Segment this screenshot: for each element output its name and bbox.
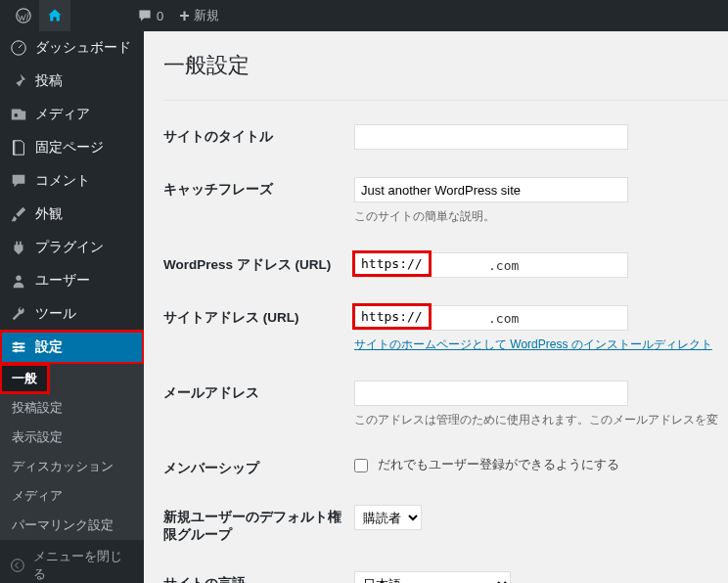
sidebar-label: コメント xyxy=(35,172,90,190)
wp-logo-button[interactable] xyxy=(8,0,39,31)
site-url-input[interactable]: https:// .com xyxy=(354,305,628,331)
wp-url-suffix: .com xyxy=(488,258,519,273)
sidebar-label: メディア xyxy=(35,106,90,123)
sidebar-label: 設定 xyxy=(35,338,63,356)
membership-checkbox-label[interactable]: だれでもユーザー登録ができるようにする xyxy=(354,457,619,471)
sidebar-item-appearance[interactable]: 外観 xyxy=(0,198,144,231)
comments-indicator[interactable]: 0 xyxy=(129,0,171,31)
svg-point-7 xyxy=(20,345,23,349)
main-content: 一般設定 サイトのタイトル キャッチフレーズ このサイトの簡単な説明。 Word… xyxy=(144,31,728,583)
default-role-label: 新規ユーザーのデフォルト権限グループ xyxy=(163,505,354,544)
submenu-item-media[interactable]: メディア xyxy=(0,481,144,511)
sidebar-item-dashboard[interactable]: ダッシュボード xyxy=(0,31,144,65)
plus-icon: + xyxy=(179,6,190,26)
site-title-input[interactable] xyxy=(354,124,628,150)
sidebar-item-pages[interactable]: 固定ページ xyxy=(0,131,144,164)
site-home-button[interactable] xyxy=(39,0,70,31)
sidebar-label: 外観 xyxy=(35,205,63,223)
submenu-item-discussion[interactable]: ディスカッション xyxy=(0,452,144,481)
plugin-icon xyxy=(10,239,27,256)
site-url-suffix: .com xyxy=(488,311,519,326)
sidebar-label: ダッシュボード xyxy=(35,39,131,57)
new-label: 新規 xyxy=(194,7,219,24)
tagline-label: キャッチフレーズ xyxy=(163,177,354,199)
submenu-item-writing[interactable]: 投稿設定 xyxy=(0,393,144,423)
comments-count: 0 xyxy=(157,9,163,23)
email-label: メールアドレス xyxy=(163,381,354,402)
sidebar-label: プラグイン xyxy=(35,239,104,256)
email-input[interactable] xyxy=(354,381,628,406)
email-description: このアドレスは管理のために使用されます。このメールアドレスを変 xyxy=(354,412,728,428)
tagline-description: このサイトの簡単な説明。 xyxy=(354,208,728,225)
svg-point-6 xyxy=(15,342,19,346)
site-url-label: サイトアドレス (URL) xyxy=(163,305,354,327)
site-title-label: サイトのタイトル xyxy=(163,124,354,146)
svg-point-2 xyxy=(16,276,21,281)
user-icon xyxy=(10,272,27,290)
wp-url-label: WordPress アドレス (URL) xyxy=(163,252,354,274)
tools-icon xyxy=(10,305,27,323)
site-url-help-link[interactable]: サイトのホームページとして WordPress のインストールディレクト xyxy=(354,337,712,351)
submenu-item-reading[interactable]: 表示設定 xyxy=(0,423,144,452)
svg-point-8 xyxy=(15,349,19,353)
language-select[interactable]: 日本語 xyxy=(354,571,511,583)
settings-submenu: 一般 投稿設定 表示設定 ディスカッション メディア パーマリンク設定 xyxy=(0,364,144,540)
membership-label: メンバーシップ xyxy=(163,456,354,477)
collapse-label: メニューを閉じる xyxy=(33,548,134,583)
brush-icon xyxy=(10,205,27,223)
sidebar-item-media[interactable]: メディア xyxy=(0,98,144,131)
admin-sidebar: ダッシュボード 投稿 メディア 固定ページ コメント 外観 プラグイン xyxy=(0,31,144,583)
submenu-item-general[interactable]: 一般 xyxy=(0,364,49,393)
language-label: サイトの言語 xyxy=(163,571,354,583)
comment-icon xyxy=(10,172,27,190)
media-icon xyxy=(10,106,27,123)
admin-toolbar: 0 + 新規 xyxy=(0,0,728,31)
sidebar-item-plugins[interactable]: プラグイン xyxy=(0,231,144,264)
wordpress-icon xyxy=(16,8,31,23)
collapse-menu-button[interactable]: メニューを閉じる xyxy=(0,540,144,583)
settings-icon xyxy=(10,338,27,356)
dashboard-icon xyxy=(10,39,27,57)
sidebar-item-settings[interactable]: 設定 xyxy=(0,331,144,364)
page-icon xyxy=(10,139,27,157)
home-icon xyxy=(47,8,63,23)
wp-url-prefix: https:// xyxy=(352,250,432,277)
membership-checkbox[interactable] xyxy=(354,459,368,472)
sidebar-item-posts[interactable]: 投稿 xyxy=(0,65,144,98)
site-name-placeholder[interactable] xyxy=(70,0,129,31)
sidebar-item-tools[interactable]: ツール xyxy=(0,297,144,331)
sidebar-item-comments[interactable]: コメント xyxy=(0,164,144,198)
svg-point-9 xyxy=(12,560,24,572)
submenu-item-permalink[interactable]: パーマリンク設定 xyxy=(0,511,144,540)
site-url-prefix: https:// xyxy=(352,303,432,330)
wp-url-input[interactable]: https:// .com xyxy=(354,252,628,278)
sidebar-label: 投稿 xyxy=(35,72,63,90)
collapse-icon xyxy=(10,558,25,573)
pin-icon xyxy=(10,72,27,90)
sidebar-label: ツール xyxy=(35,305,76,323)
page-title: 一般設定 xyxy=(163,41,728,101)
default-role-select[interactable]: 購読者 xyxy=(354,505,422,530)
new-content-button[interactable]: + 新規 xyxy=(171,0,227,31)
comment-icon xyxy=(137,8,153,23)
tagline-input[interactable] xyxy=(354,177,628,202)
sidebar-label: ユーザー xyxy=(35,272,90,290)
sidebar-label: 固定ページ xyxy=(35,139,104,157)
sidebar-item-users[interactable]: ユーザー xyxy=(0,264,144,297)
